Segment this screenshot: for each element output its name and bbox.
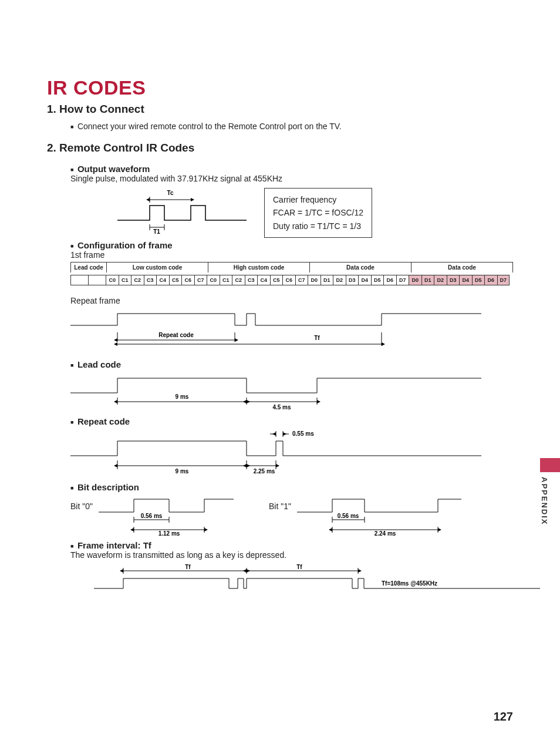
svg-text:Tf: Tf [296, 564, 302, 570]
bit-0-label: Bit "0" [70, 502, 93, 511]
connect-instruction: Connect your wired remote control to the… [70, 122, 513, 131]
bit-description-heading: Bit description [70, 482, 513, 492]
tc-waveform-diagram: Tc T1 [117, 188, 247, 235]
svg-text:9 ms: 9 ms [176, 393, 189, 400]
svg-text:Tf=108ms @455KHz: Tf=108ms @455KHz [382, 580, 437, 587]
svg-marker-36 [114, 464, 117, 467]
svg-text:Repeat  code: Repeat code [158, 332, 194, 338]
svg-marker-13 [114, 338, 117, 342]
header-low: Low custom code [106, 262, 208, 272]
frame-interval-diagram: Tf Tf Tf=108ms @455KHz [94, 562, 540, 597]
header-lead: Lead code [70, 262, 106, 272]
svg-marker-79 [358, 569, 362, 573]
carrier-line3: Duty ratio = T1/TC = 1/3 [273, 220, 363, 233]
svg-marker-47 [283, 432, 286, 436]
carrier-line1: Carrier frequency [273, 193, 363, 206]
tab-marker [540, 458, 560, 472]
lead-code-diagram: 9 ms 4.5 ms [70, 369, 481, 410]
output-waveform-text: Single pulse, modulated with 37.917KHz s… [70, 174, 513, 183]
frame-bit-row: C0 C1 C2 C3 C4 C5 C6 C7 C0 C1 C2 C3 C4 C… [70, 275, 513, 285]
header-high: High custom code [208, 262, 309, 272]
svg-marker-28 [317, 400, 321, 403]
svg-marker-3 [191, 198, 194, 201]
svg-marker-77 [247, 569, 250, 573]
svg-marker-25 [114, 400, 117, 403]
svg-marker-26 [247, 400, 250, 403]
svg-marker-76 [120, 569, 123, 573]
frame-interval-heading: Frame interval: Tf [70, 540, 513, 550]
appendix-tab: APPENDIX [540, 458, 560, 552]
section-2-heading: 2. Remote Control IR Codes [47, 142, 513, 154]
lead-code-heading: Lead code [70, 359, 513, 369]
svg-marker-67 [438, 528, 441, 531]
svg-marker-19 [382, 342, 385, 346]
svg-marker-14 [235, 338, 238, 342]
svg-marker-78 [243, 569, 247, 573]
svg-marker-39 [276, 464, 279, 467]
config-frame-heading: Configuration of frame [70, 240, 513, 250]
svg-marker-38 [243, 464, 247, 467]
repeat-code-diagram: 9 ms 2.25 ms 0.55 ms [70, 426, 481, 476]
first-frame-label: 1st frame [70, 250, 513, 260]
section-1-heading: 1. How to Connect [47, 103, 513, 116]
svg-text:9 ms: 9 ms [176, 468, 189, 475]
svg-text:Tc: Tc [167, 190, 174, 196]
carrier-line2: FCAR = 1/TC = fOSC/12 [273, 206, 363, 219]
svg-marker-27 [243, 400, 247, 403]
repeat-frame-diagram: Repeat code Tf [70, 308, 481, 349]
svg-text:1.12 ms: 1.12 ms [158, 530, 180, 536]
svg-text:Tf: Tf [185, 564, 191, 570]
bit-1-label: Bit "1" [269, 502, 291, 511]
svg-marker-46 [272, 432, 276, 436]
svg-text:0.56 ms: 0.56 ms [338, 513, 359, 519]
svg-marker-18 [114, 342, 117, 346]
repeat-frame-label: Repeat frame [70, 296, 513, 305]
repeat-code-heading: Repeat code [70, 416, 513, 426]
appendix-label: APPENDIX [540, 477, 549, 525]
svg-text:0.55 ms: 0.55 ms [292, 430, 314, 437]
frame-headers: Lead code Low custom code High custom co… [70, 262, 513, 272]
svg-text:4.5 ms: 4.5 ms [272, 404, 291, 410]
header-data1: Data code [309, 262, 411, 272]
page-title: IR CODES [47, 76, 513, 99]
svg-marker-4 [146, 198, 150, 201]
svg-text:2.25 ms: 2.25 ms [254, 468, 275, 475]
svg-text:0.56 ms: 0.56 ms [141, 513, 163, 519]
bit-0-diagram: 0.56 ms 1.12 ms [99, 494, 234, 536]
svg-text:2.24 ms: 2.24 ms [375, 530, 396, 536]
svg-marker-66 [329, 528, 332, 531]
svg-marker-56 [130, 528, 134, 531]
svg-marker-37 [247, 464, 250, 467]
svg-marker-57 [204, 528, 208, 531]
svg-text:T1: T1 [153, 228, 160, 235]
output-waveform-heading: Output waveform [70, 164, 513, 174]
page-number: 127 [494, 710, 513, 724]
svg-text:Tf: Tf [314, 335, 320, 341]
carrier-frequency-box: Carrier frequency FCAR = 1/TC = fOSC/12 … [264, 188, 372, 238]
bit-1-diagram: 0.56 ms 2.24 ms [297, 494, 461, 536]
frame-interval-text: The waveform is transmitted as long as a… [70, 550, 513, 560]
header-data2: Data code [411, 262, 513, 272]
